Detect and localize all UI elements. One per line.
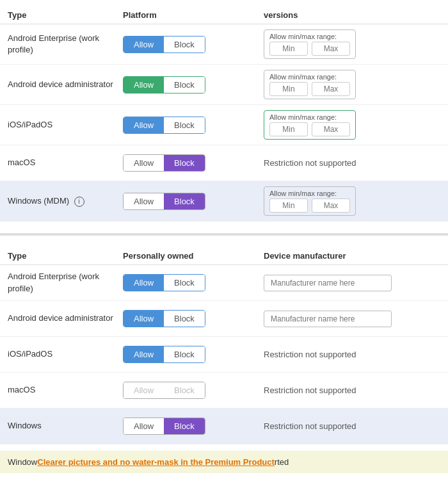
block-option[interactable]: Block xyxy=(164,37,205,53)
versions-cell: Allow min/max range: xyxy=(264,186,440,216)
platform-toggle[interactable]: Allow Block xyxy=(123,76,205,93)
platform-toggle-container: Allow Block xyxy=(123,193,264,210)
table-row: macOS Allow Block Restriction not suppor… xyxy=(0,373,448,409)
allow-option[interactable]: Allow xyxy=(124,117,164,133)
minmax-label: Allow min/max range: xyxy=(269,33,350,40)
table-row: Android Enterprise (work profile) Allow … xyxy=(0,24,448,65)
banner-prefix: Window xyxy=(8,457,37,467)
platform-toggle-container: Allow Block xyxy=(123,117,264,134)
banner-suffix: rted xyxy=(275,457,289,467)
minmax-inputs xyxy=(269,199,350,213)
allow-option[interactable]: Allow xyxy=(124,193,164,209)
type-cell: macOS xyxy=(8,157,123,168)
minmax-box: Allow min/max range: xyxy=(264,70,356,99)
restriction-not-supported: Restriction not supported xyxy=(264,421,356,431)
col-versions: versions xyxy=(264,10,440,20)
minmax-label: Allow min/max range: xyxy=(269,190,350,197)
block-option[interactable]: Block xyxy=(164,418,205,434)
type-cell: Android Enterprise (work profile) xyxy=(8,33,123,56)
table-row: Android Enterprise (work profile) Allow … xyxy=(0,265,448,301)
table-row: macOS Allow Block Restriction not suppor… xyxy=(0,145,448,181)
manufacturer-cell xyxy=(264,311,440,327)
table-row-highlighted: Windows Allow Block Restriction not supp… xyxy=(0,409,448,444)
platform-toggle[interactable]: Allow Block xyxy=(123,154,205,172)
premium-link[interactable]: Clearer pictures and no water-mask in th… xyxy=(37,457,275,467)
personally-owned-toggle-container: Allow Block xyxy=(123,346,264,363)
platform-toggle-container: Allow Block xyxy=(123,154,264,172)
block-option[interactable]: Block xyxy=(164,77,205,93)
table2-section: Type Personally owned Device manufacture… xyxy=(0,241,448,451)
block-option[interactable]: Block xyxy=(164,155,205,171)
min-input[interactable] xyxy=(269,82,308,96)
type-cell: Android device administrator xyxy=(8,79,123,90)
restriction-not-supported: Restriction not supported xyxy=(264,385,356,395)
allow-option[interactable]: Allow xyxy=(124,382,164,398)
max-input[interactable] xyxy=(312,122,350,136)
platform-toggle[interactable]: Allow Block xyxy=(123,117,205,134)
platform-toggle-container: Allow Block xyxy=(123,76,264,93)
manufacturer-input[interactable] xyxy=(264,275,392,291)
block-option[interactable]: Block xyxy=(164,117,205,133)
premium-banner: Window Clearer pictures and no water-mas… xyxy=(0,451,448,473)
manufacturer-input[interactable] xyxy=(264,311,392,327)
platform-toggle-container: Allow Block xyxy=(123,36,264,53)
section-divider xyxy=(0,233,448,236)
manufacturer-cell: Restriction not supported xyxy=(264,385,440,395)
max-input[interactable] xyxy=(312,199,350,213)
block-option[interactable]: Block xyxy=(164,193,205,209)
allow-option[interactable]: Allow xyxy=(124,275,164,291)
type-cell: macOS xyxy=(8,384,123,396)
manufacturer-cell xyxy=(264,275,440,291)
minmax-box: Allow min/max range: xyxy=(264,186,356,216)
min-input[interactable] xyxy=(269,42,308,56)
allow-option[interactable]: Allow xyxy=(124,77,164,93)
personally-owned-toggle-container: Allow Block xyxy=(123,274,264,291)
table1-section: Type Platform versions Android Enterpris… xyxy=(0,0,448,228)
restriction-not-supported: Restriction not supported xyxy=(264,350,356,359)
allow-option[interactable]: Allow xyxy=(124,346,164,362)
platform-toggle[interactable]: Allow Block xyxy=(123,193,205,210)
info-icon[interactable]: i xyxy=(74,197,84,207)
block-option[interactable]: Block xyxy=(164,346,205,362)
minmax-label: Allow min/max range: xyxy=(269,113,350,121)
col-platform: Platform xyxy=(123,10,264,20)
table-row: iOS/iPadOS Allow Block Allow min/max ran… xyxy=(0,105,448,145)
type-cell: iOS/iPadOS xyxy=(8,119,123,131)
allow-option[interactable]: Allow xyxy=(124,37,164,53)
manufacturer-cell: Restriction not supported xyxy=(264,421,440,431)
table2-header: Type Personally owned Device manufacture… xyxy=(0,247,448,265)
minmax-box: Allow min/max range: xyxy=(264,29,356,59)
personally-owned-toggle-container: Allow Block xyxy=(123,418,264,435)
minmax-inputs xyxy=(269,122,350,136)
block-option[interactable]: Block xyxy=(164,382,205,398)
table-row: Android device administrator Allow Block… xyxy=(0,65,448,105)
allow-option[interactable]: Allow xyxy=(124,418,164,434)
max-input[interactable] xyxy=(312,42,350,56)
personally-owned-toggle[interactable]: Allow Block xyxy=(123,274,205,291)
table1-header: Type Platform versions xyxy=(0,6,448,24)
col-device-manufacturer: Device manufacturer xyxy=(264,251,440,261)
minmax-box-highlighted: Allow min/max range: xyxy=(264,110,356,140)
block-option[interactable]: Block xyxy=(164,275,205,291)
max-input[interactable] xyxy=(312,82,350,96)
personally-owned-toggle-disabled[interactable]: Allow Block xyxy=(123,382,205,399)
block-option[interactable]: Block xyxy=(164,311,205,327)
min-input[interactable] xyxy=(269,122,308,136)
allow-option[interactable]: Allow xyxy=(124,155,164,171)
personally-owned-toggle[interactable]: Allow Block xyxy=(123,418,205,435)
versions-cell: Restriction not supported xyxy=(264,158,440,168)
page-container: Type Platform versions Android Enterpris… xyxy=(0,0,448,473)
minmax-label: Allow min/max range: xyxy=(269,73,350,81)
allow-option[interactable]: Allow xyxy=(124,311,164,327)
table-row-highlighted: Windows (MDM) i Allow Block Allow min/ma… xyxy=(0,181,448,222)
versions-cell: Allow min/max range: xyxy=(264,70,440,99)
personally-owned-toggle[interactable]: Allow Block xyxy=(123,346,205,363)
versions-cell: Allow min/max range: xyxy=(264,110,440,140)
min-input[interactable] xyxy=(269,199,308,213)
table-row: Android device administrator Allow Block xyxy=(0,301,448,337)
personally-owned-toggle[interactable]: Allow Block xyxy=(123,310,205,327)
type-cell: Android device administrator xyxy=(8,312,123,324)
versions-cell: Allow min/max range: xyxy=(264,29,440,59)
platform-toggle[interactable]: Allow Block xyxy=(123,36,205,53)
minmax-inputs xyxy=(269,42,350,56)
